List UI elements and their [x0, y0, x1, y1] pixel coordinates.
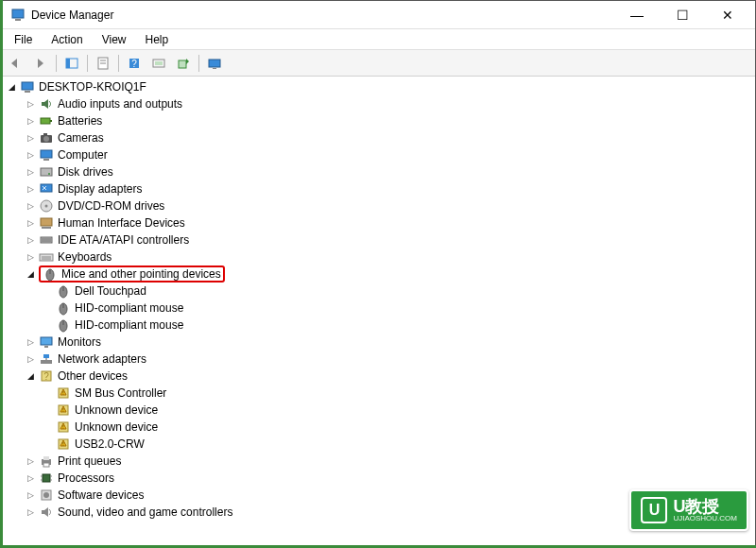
tree-category[interactable]: ▷Cameras — [3, 129, 755, 146]
svg-text:!: ! — [62, 424, 63, 430]
expand-icon[interactable]: ▷ — [24, 233, 37, 247]
svg-rect-61 — [43, 463, 49, 467]
tree-category[interactable]: ▷Batteries — [3, 112, 755, 129]
mouse-icon — [43, 266, 58, 282]
svg-rect-12 — [209, 60, 220, 67]
tree-device[interactable]: !Unknown device — [3, 419, 755, 436]
sound-icon — [39, 505, 54, 520]
forward-button[interactable] — [29, 53, 52, 74]
watermark-icon: U — [641, 497, 667, 523]
menu-file[interactable]: File — [5, 30, 42, 49]
expand-icon[interactable]: ▷ — [24, 488, 37, 502]
tree-category[interactable]: ▷Keyboards — [3, 248, 755, 265]
tree-category[interactable]: ◢Mice and other pointing devices — [3, 265, 755, 283]
expand-icon[interactable]: ▷ — [24, 250, 37, 264]
tree-device[interactable]: Dell Touchpad — [3, 283, 755, 300]
category-label: Monitors — [58, 334, 101, 351]
svg-rect-3 — [66, 59, 70, 68]
expand-icon[interactable]: ▷ — [24, 148, 37, 162]
category-label: Cameras — [58, 129, 104, 146]
back-button[interactable] — [5, 53, 27, 74]
collapse-icon[interactable]: ◢ — [24, 267, 37, 281]
svg-text:!: ! — [62, 390, 63, 396]
toolbar-separator — [87, 55, 88, 72]
tree-category[interactable]: ▷Audio inputs and outputs — [3, 95, 755, 112]
view-button[interactable] — [203, 53, 226, 74]
expand-icon[interactable]: ▷ — [24, 131, 37, 145]
category-label: Computer — [58, 146, 108, 163]
tree-category[interactable]: ▷Processors — [3, 470, 755, 487]
properties-button[interactable] — [92, 53, 114, 74]
warn-icon: ! — [56, 420, 71, 435]
tree-device[interactable]: !Unknown device — [3, 402, 755, 419]
svg-rect-20 — [43, 133, 47, 135]
menu-help[interactable]: Help — [136, 30, 179, 49]
category-label: Display adapters — [58, 180, 142, 197]
tree-category[interactable]: ▷IDE ATA/ATAPI controllers — [3, 231, 755, 248]
expand-icon[interactable]: ▷ — [24, 165, 37, 179]
menu-action[interactable]: Action — [42, 30, 92, 49]
tree-category[interactable]: ▷Print queues — [3, 453, 755, 470]
warn-icon: ! — [56, 402, 71, 418]
expand-icon[interactable]: ▷ — [24, 199, 37, 213]
expand-icon[interactable]: ▷ — [24, 505, 37, 519]
cpu-icon — [39, 471, 54, 486]
menu-view[interactable]: View — [93, 30, 136, 49]
watermark-url: UJIAOSHOU.COM — [673, 515, 737, 522]
menubar: File Action View Help — [1, 29, 755, 50]
watermark-title: U教授 — [673, 498, 737, 515]
tree-category[interactable]: ▷Computer — [3, 146, 755, 163]
tree-category[interactable]: ▷Display adapters — [3, 180, 755, 197]
collapse-icon[interactable]: ◢ — [24, 369, 37, 383]
close-button[interactable]: ✕ — [713, 8, 742, 23]
watermark-badge: U U教授 UJIAOSHOU.COM — [629, 489, 748, 531]
expand-icon[interactable]: ▷ — [24, 97, 37, 111]
device-label: HID-compliant mouse — [75, 300, 183, 317]
tree-category[interactable]: ▷Disk drives — [3, 163, 755, 180]
device-tree[interactable]: ◢DESKTOP-KROIQ1F▷Audio inputs and output… — [1, 77, 755, 547]
svg-rect-44 — [41, 337, 52, 345]
tree-device[interactable]: !USB2.0-CRW — [3, 436, 755, 453]
svg-rect-25 — [41, 184, 52, 192]
svg-rect-22 — [43, 159, 49, 161]
svg-text:!: ! — [62, 441, 63, 447]
expand-icon[interactable]: ▷ — [24, 454, 37, 468]
help-button[interactable]: ? — [123, 53, 146, 74]
expand-icon[interactable]: ▷ — [24, 352, 37, 366]
tree-device[interactable]: HID-compliant mouse — [3, 317, 755, 334]
tree-root[interactable]: ◢DESKTOP-KROIQ1F — [3, 78, 755, 95]
minimize-button[interactable]: — — [623, 8, 651, 23]
show-hide-tree-button[interactable] — [60, 53, 83, 74]
collapse-icon[interactable]: ◢ — [5, 80, 18, 94]
category-label: Network adapters — [58, 351, 146, 368]
window-title: Device Manager — [31, 9, 623, 22]
svg-rect-45 — [44, 346, 48, 348]
tree-device[interactable]: !SM Bus Controller — [3, 385, 755, 402]
category-label: Keyboards — [58, 248, 112, 265]
svg-rect-14 — [22, 82, 33, 90]
tree-category[interactable]: ▷DVD/CD-ROM drives — [3, 197, 755, 214]
display-icon — [39, 181, 54, 197]
camera-icon — [39, 130, 54, 146]
add-hardware-button[interactable] — [172, 53, 195, 74]
expand-icon[interactable]: ▷ — [24, 182, 37, 196]
maximize-button[interactable]: ☐ — [668, 8, 696, 23]
tree-category[interactable]: ▷Network adapters — [3, 351, 755, 368]
tree-category[interactable]: ◢?Other devices — [3, 368, 755, 385]
tree-category[interactable]: ▷Human Interface Devices — [3, 214, 755, 231]
titlebar: Device Manager — ☐ ✕ — [1, 1, 755, 29]
category-label: Disk drives — [58, 163, 113, 180]
device-label: Unknown device — [75, 402, 158, 419]
other-icon: ? — [39, 368, 54, 384]
svg-rect-30 — [41, 237, 52, 243]
expand-icon[interactable]: ▷ — [24, 216, 37, 230]
warn-icon: ! — [56, 385, 71, 401]
scan-hardware-button[interactable] — [147, 53, 170, 74]
svg-rect-1 — [15, 19, 21, 21]
tree-device[interactable]: HID-compliant mouse — [3, 300, 755, 317]
expand-icon[interactable]: ▷ — [24, 335, 37, 349]
category-label: Mice and other pointing devices — [61, 265, 221, 283]
expand-icon[interactable]: ▷ — [24, 114, 37, 128]
expand-icon[interactable]: ▷ — [24, 471, 37, 485]
tree-category[interactable]: ▷Monitors — [3, 334, 755, 351]
